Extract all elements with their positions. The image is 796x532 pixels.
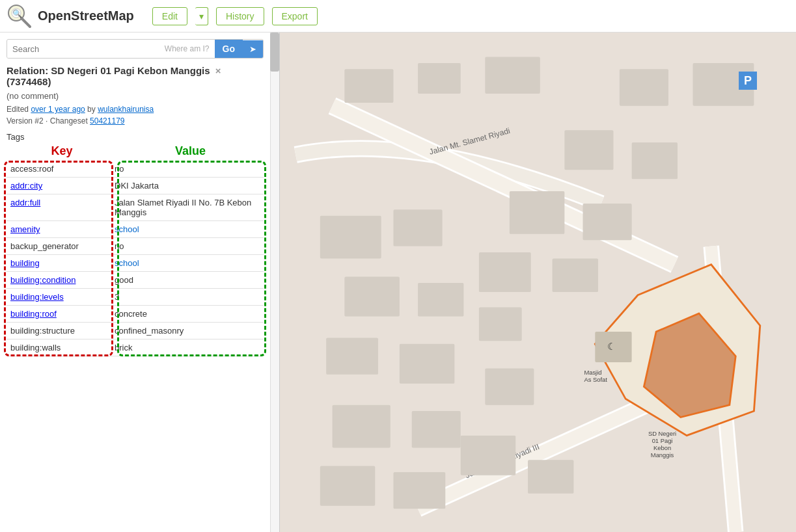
svg-rect-28 <box>553 258 598 292</box>
table-row: building:conditiongood <box>7 272 264 289</box>
map-svg: Jalan Mt. Slamet Riyadi Jalan Slamet Riy… <box>280 33 796 532</box>
time-ago-link[interactable]: over 1 year ago <box>31 105 85 114</box>
changeset-link[interactable]: 50421179 <box>90 116 124 126</box>
where-am-i-link[interactable]: Where am I? <box>159 44 215 53</box>
table-row: building:structureconfined_masonry <box>7 323 264 339</box>
svg-rect-21 <box>320 466 375 506</box>
key-link[interactable]: building:roof <box>10 309 57 319</box>
svg-rect-13 <box>320 216 381 259</box>
scroll-track[interactable] <box>270 33 279 532</box>
value-cell[interactable]: school <box>111 255 264 272</box>
key-cell[interactable]: building:roof <box>7 306 111 323</box>
relation-title: Relation: SD Negeri 01 Pagi Kebon Manggi… <box>7 65 264 87</box>
key-cell[interactable]: addr:city <box>7 178 111 194</box>
main-layout: Where am I? Go ➤ Relation: SD Negeri 01 … <box>0 33 796 532</box>
parking-label: P <box>744 74 752 88</box>
key-cell[interactable]: building <box>7 255 111 272</box>
value-column-header: Value <box>117 144 264 158</box>
scroll-thumb[interactable] <box>270 33 279 72</box>
svg-text:Masjid: Masjid <box>584 369 601 376</box>
svg-rect-24 <box>632 142 678 179</box>
table-row: access:roofno <box>7 161 264 178</box>
svg-rect-39 <box>479 307 522 341</box>
svg-text:Manggis: Manggis <box>651 452 674 459</box>
svg-rect-25 <box>510 191 564 234</box>
relation-title-text: Relation: SD Negeri 01 Pagi Kebon Manggi… <box>7 65 210 76</box>
svg-rect-10 <box>485 57 540 94</box>
edit-dropdown[interactable]: ▾ <box>195 7 208 25</box>
value-cell: DKI Jakarta <box>111 178 264 194</box>
table-row: addr:cityDKI Jakarta <box>7 178 264 194</box>
value-link[interactable]: school <box>115 224 139 234</box>
svg-rect-9 <box>418 63 461 94</box>
left-panel: Where am I? Go ➤ Relation: SD Negeri 01 … <box>0 33 280 532</box>
key-link[interactable]: amenity <box>10 224 40 234</box>
key-cell: building:walls <box>7 339 111 356</box>
key-cell[interactable]: addr:full <box>7 194 111 221</box>
svg-text:As Sofat: As Sofat <box>584 377 607 383</box>
svg-rect-26 <box>583 204 632 240</box>
search-bar: Where am I? Go ➤ <box>7 39 264 59</box>
svg-line-2 <box>21 18 30 27</box>
svg-rect-14 <box>393 209 442 246</box>
edit-info: Edited over 1 year ago by wulankhairunis… <box>7 105 264 114</box>
history-button[interactable]: History <box>216 7 264 25</box>
svg-rect-20 <box>412 411 461 447</box>
no-comment: (no comment) <box>7 91 264 101</box>
key-column-header: Key <box>7 144 117 158</box>
go-button[interactable]: Go <box>215 40 243 58</box>
value-link[interactable]: school <box>115 258 139 268</box>
tags-table: access:roofnoaddr:cityDKI Jakartaaddr:fu… <box>7 161 264 356</box>
key-link[interactable]: building:condition <box>10 275 75 285</box>
key-cell: building:structure <box>7 323 111 339</box>
close-button[interactable]: × <box>215 65 221 76</box>
svg-text:Kebon: Kebon <box>653 445 671 451</box>
svg-rect-8 <box>344 69 393 103</box>
value-cell: 3 <box>111 289 264 306</box>
svg-rect-41 <box>461 436 515 475</box>
header: 🔍 OpenStreetMap Edit ▾ History Export <box>0 0 796 33</box>
svg-text:01 Pagi: 01 Pagi <box>652 438 673 444</box>
value-cell: no <box>111 161 264 178</box>
export-button[interactable]: Export <box>272 7 318 25</box>
edit-button[interactable]: Edit <box>152 7 187 25</box>
logo-area: 🔍 OpenStreetMap <box>7 3 134 29</box>
direction-button[interactable]: ➤ <box>243 40 263 58</box>
svg-rect-17 <box>326 338 378 374</box>
user-link[interactable]: wulankhairunisa <box>98 105 154 114</box>
svg-rect-16 <box>418 283 463 317</box>
table-row: buildingschool <box>7 255 264 272</box>
key-link[interactable]: building:levels <box>10 292 64 302</box>
svg-rect-27 <box>479 252 531 292</box>
value-cell[interactable]: school <box>111 221 264 238</box>
key-cell[interactable]: amenity <box>7 221 111 238</box>
panel-content: Where am I? Go ➤ Relation: SD Negeri 01 … <box>0 33 279 363</box>
value-cell: Jalan Slamet Riyadi II No. 7B Kebon Mang… <box>111 194 264 221</box>
tags-label: Tags <box>7 132 264 142</box>
key-cell: access:roof <box>7 161 111 178</box>
table-row: building:levels3 <box>7 289 264 306</box>
value-cell: no <box>111 238 264 255</box>
key-link[interactable]: addr:city <box>10 181 42 191</box>
svg-rect-22 <box>393 472 445 509</box>
table-row: amenityschool <box>7 221 264 238</box>
map-area[interactable]: P Jalan Mt. Slamet Riyadi Jalan Slamet R… <box>280 33 796 532</box>
key-cell[interactable]: building:condition <box>7 272 111 289</box>
svg-rect-15 <box>344 277 399 317</box>
svg-rect-23 <box>564 130 613 170</box>
svg-rect-40 <box>485 368 534 405</box>
logo-text: OpenStreetMap <box>38 8 134 23</box>
svg-rect-11 <box>620 69 668 105</box>
svg-rect-42 <box>528 460 573 494</box>
search-input[interactable] <box>7 40 159 58</box>
key-link[interactable]: addr:full <box>10 198 40 207</box>
version-info: Version #2 · Changeset 50421179 <box>7 116 264 126</box>
table-row: building:roofconcrete <box>7 306 264 323</box>
key-value-header: Key Value <box>7 144 264 158</box>
key-link[interactable]: building <box>10 258 40 268</box>
svg-text:SD Negeri: SD Negeri <box>648 431 676 437</box>
svg-rect-18 <box>400 344 454 384</box>
svg-text:🔍: 🔍 <box>12 8 22 18</box>
direction-icon: ➤ <box>249 44 256 54</box>
key-cell[interactable]: building:levels <box>7 289 111 306</box>
